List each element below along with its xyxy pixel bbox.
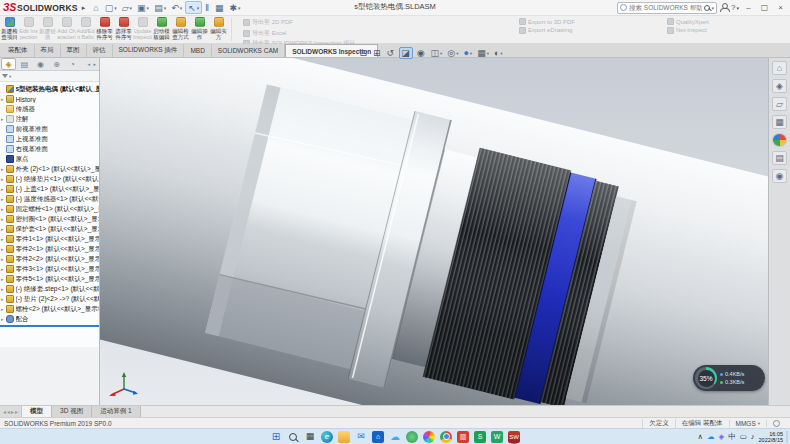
restore-button[interactable]: ▢ <box>758 1 771 14</box>
tree-filter-row[interactable]: ▾ <box>0 71 99 82</box>
view-tool-button[interactable]: ◫▾ <box>429 47 444 59</box>
quick-access-button[interactable]: ↶▾ <box>169 1 184 14</box>
performance-monitor-overlay[interactable]: 35% 0.4KB/s 0.3KB/s <box>693 365 765 391</box>
taskbar-app-icon[interactable] <box>406 431 418 443</box>
commandmanager-tab[interactable]: 装配体 <box>2 44 35 57</box>
panel-tab[interactable]: ◉ <box>33 58 48 70</box>
ribbon-button[interactable]: 启动模板编辑器 <box>152 16 171 43</box>
clock[interactable]: 16:05 2022/8/15 <box>759 431 788 443</box>
taskbar-app-icon[interactable]: ☁ <box>389 431 401 443</box>
tree-node[interactable]: ▸ 密封圈<1> (默认<<默认>_显示状 <box>0 214 99 224</box>
taskbar-app-icon[interactable]: SW <box>508 431 520 443</box>
panel-tab[interactable]: ⊕ <box>49 58 64 70</box>
view-tool-button[interactable]: ◪ <box>399 47 414 59</box>
task-pane-tab[interactable]: ⌂ <box>772 61 787 75</box>
tree-node[interactable]: ▸ 注解 <box>0 114 99 124</box>
commandmanager-tab[interactable]: SOLIDWORKS 插件 <box>113 44 185 57</box>
tab-scroll-arrows[interactable]: ◂ ▸ <box>88 61 99 67</box>
tray-icon[interactable]: 中 <box>728 433 736 441</box>
help-button[interactable]: ?▾ <box>731 3 739 12</box>
taskbar-app-icon[interactable] <box>338 431 350 443</box>
view-tool-button[interactable]: ◐▾ <box>492 47 504 59</box>
tray-icon[interactable]: ☁ <box>707 433 715 441</box>
taskbar-app-icon[interactable]: W <box>491 431 503 443</box>
commandmanager-tab[interactable]: 评估 <box>87 44 113 57</box>
quick-access-button[interactable]: ⌂ <box>91 1 101 14</box>
search-input[interactable] <box>629 4 701 11</box>
tree-node[interactable]: 上视基准面 <box>0 134 99 144</box>
view-tool-button[interactable]: ●▾ <box>462 47 474 59</box>
tab-scroll-arrow[interactable]: ▸ <box>15 408 18 415</box>
taskbar-app-icon[interactable]: ⊞ <box>270 431 282 443</box>
tree-node[interactable]: ▸ History <box>0 94 99 104</box>
taskbar-app-icon[interactable] <box>440 431 452 443</box>
tray-icon[interactable]: ◈ <box>718 433 724 441</box>
ribbon-button[interactable]: Add/Edit Balloons <box>76 16 95 43</box>
panel-tab[interactable]: ▤ <box>17 58 32 70</box>
quick-access-button[interactable]: ▣▾ <box>135 1 151 14</box>
tab-scroll-arrow[interactable]: ◂ <box>7 408 10 415</box>
taskbar-app-icon[interactable] <box>287 431 299 443</box>
tree-node[interactable]: ▸ 外壳 (2)<1> (默认<<默认>_显示状 <box>0 164 99 174</box>
tree-node[interactable]: ▸ (-) 绝缘套.step<1> (默认<<默认> <box>0 284 99 294</box>
tree-node[interactable]: ▸ 零件2<1> (默认<<默认>_显示状态 <box>0 244 99 254</box>
taskbar-app-icon[interactable]: ▥ <box>457 431 469 443</box>
help-search-box[interactable]: ▾ <box>617 2 717 14</box>
view-tool-button[interactable]: ▦▾ <box>476 47 491 59</box>
tree-node[interactable]: ▸ (-) 上盖<1> (默认<<默认>_显示状 <box>0 184 99 194</box>
tree-node[interactable]: 右视基准面 <box>0 144 99 154</box>
view-tool-button[interactable]: ⊡ <box>358 47 370 59</box>
status-tag-icon[interactable] <box>766 420 786 427</box>
taskbar-app-icon[interactable]: ✉ <box>355 431 367 443</box>
tray-icon[interactable]: ∧ <box>697 433 703 441</box>
unit-system-selector[interactable]: MMGS▾ <box>729 420 767 427</box>
quick-access-button[interactable]: ▱▾ <box>120 1 134 14</box>
tree-node[interactable]: ▸ (-) 温度传感器<1> (默认<<默认>_ <box>0 194 99 204</box>
assembly-3d-model[interactable] <box>100 58 768 405</box>
ribbon-button[interactable]: 编辑检查方式 <box>171 16 190 43</box>
taskbar-app-icon[interactable]: S <box>474 431 486 443</box>
taskbar-app-icon[interactable]: ⌂ <box>372 431 384 443</box>
tree-node[interactable]: ▸ 固定螺栓<1> (默认<<默认>_显示 <box>0 204 99 214</box>
tree-node[interactable]: ▸ (-) 垫片 (2)<2> ->? (默认<<默认> <box>0 294 99 304</box>
minimize-button[interactable]: – <box>742 1 755 14</box>
login-icon[interactable] <box>720 3 728 12</box>
panel-tab[interactable]: ◔ <box>65 58 80 70</box>
tree-node[interactable]: ▸ 零件2<2> (默认<<默认>_显示状态 <box>0 254 99 264</box>
tray-icon[interactable]: ▭ <box>740 433 747 441</box>
commandmanager-tab[interactable]: MBD <box>184 44 211 57</box>
task-pane-tab[interactable]: ▤ <box>772 151 787 165</box>
view-tool-button[interactable]: ◎▾ <box>446 47 460 59</box>
commandmanager-tab[interactable]: 布局 <box>35 44 61 57</box>
assembly-root-node[interactable]: s型铠装热电偶 (默认<默认_显示状态-1 <box>0 84 99 94</box>
ribbon-button[interactable]: 选择零件序号 <box>114 16 133 43</box>
close-button[interactable]: × <box>774 1 787 14</box>
task-pane-tab[interactable]: ◈ <box>772 79 787 93</box>
document-view-tab[interactable]: 3D 视图 <box>52 406 92 417</box>
ribbon-button[interactable]: Add Characteristic <box>57 16 76 43</box>
tree-node[interactable]: ▸ 保护套<1> (默认<<默认>_显示状 <box>0 224 99 234</box>
tree-node[interactable]: ▸ 配合 <box>0 314 99 324</box>
tree-node[interactable]: ▸ 零件1<1> (默认<<默认>_显示状态 <box>0 234 99 244</box>
tree-node[interactable]: ▸ 零件5<1> (默认<<默认>_显示状态 <box>0 274 99 284</box>
ribbon-button[interactable]: Edit Inspection Project <box>19 16 38 43</box>
commandmanager-tab[interactable]: SOLIDWORKS CAM <box>212 44 285 57</box>
menu-flyout-arrow[interactable]: ▸ <box>82 4 86 12</box>
tree-node[interactable]: 原点 <box>0 154 99 164</box>
ribbon-button[interactable]: 移除零件序号 <box>95 16 114 43</box>
ribbon-button[interactable]: 新建链接 <box>38 16 57 43</box>
quick-access-button[interactable]: ▤▾ <box>152 1 168 14</box>
view-tool-button[interactable]: ◉ <box>415 47 427 59</box>
tree-node[interactable]: ▸ 螺栓<2> (默认<<默认>_显示状态 <box>0 304 99 314</box>
panel-tab[interactable]: ◈ <box>1 58 16 70</box>
ribbon-button[interactable]: 新建检查项目 (imp:M) <box>0 16 19 43</box>
tree-node[interactable]: ▸ 零件3<1> (默认<<默认>_显示状态 <box>0 264 99 274</box>
quick-access-button[interactable]: ↖▾ <box>185 1 202 14</box>
view-tool-button[interactable]: ⊞ <box>372 47 384 59</box>
quick-access-button[interactable]: ‖ <box>203 1 212 14</box>
document-view-tab[interactable]: 运动算例 1 <box>92 406 140 417</box>
search-icon[interactable] <box>704 5 710 11</box>
task-pane-tab[interactable]: ▦ <box>772 115 787 129</box>
ribbon-button[interactable]: 编辑操作 <box>190 16 209 43</box>
graphics-viewport[interactable]: 35% 0.4KB/s 0.3KB/s <box>100 58 768 405</box>
